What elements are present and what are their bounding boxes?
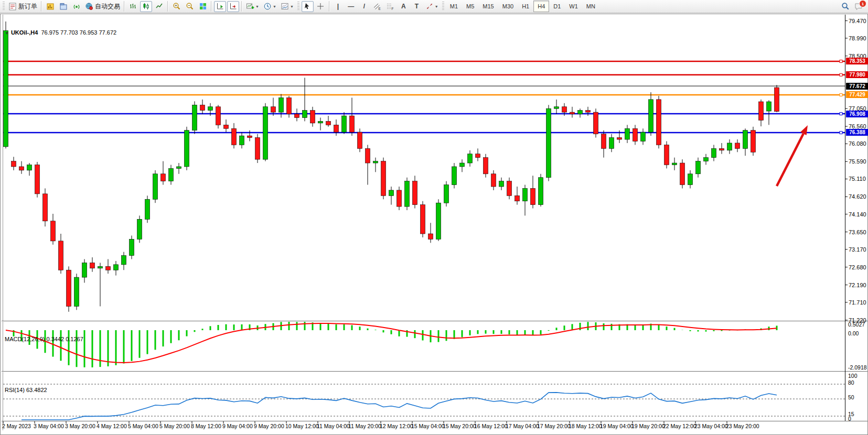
candle-body-up[interactable] <box>240 136 244 145</box>
collapse-triangle-icon[interactable]: ▼ <box>5 31 9 36</box>
chevron-down-icon[interactable]: ▼ <box>255 5 259 8</box>
level-line-handle[interactable] <box>840 60 842 62</box>
timeframe-button-d1[interactable]: D1 <box>549 1 565 12</box>
candle-body-down[interactable] <box>515 195 520 201</box>
candle-body-up[interactable] <box>114 265 119 270</box>
level-line-handle[interactable] <box>840 93 842 96</box>
zoom-out-button[interactable] <box>184 1 196 12</box>
toolbar-grip[interactable] <box>297 2 299 11</box>
chevron-down-icon[interactable]: ▼ <box>435 5 438 8</box>
candle-body-down[interactable] <box>248 136 252 137</box>
candle-body-down[interactable] <box>602 134 606 149</box>
candle-body-down[interactable] <box>751 130 756 153</box>
candle-body-down[interactable] <box>531 188 535 204</box>
candle-body-up[interactable] <box>625 128 630 139</box>
candle-body-down[interactable] <box>759 102 764 120</box>
candle-body-down[interactable] <box>775 88 779 112</box>
candle-body-down[interactable] <box>200 105 205 110</box>
timeframe-button-m1[interactable]: M1 <box>446 1 462 12</box>
candle-body-up[interactable] <box>130 239 134 255</box>
candle-body-up[interactable] <box>185 130 189 167</box>
level-line-handle[interactable] <box>840 131 842 134</box>
candle-body-down[interactable] <box>491 174 496 187</box>
candle-body-up[interactable] <box>546 108 551 178</box>
candle-body-down[interactable] <box>232 128 237 145</box>
candle-body-up[interactable] <box>609 138 614 149</box>
label-button[interactable]: T <box>411 1 423 12</box>
candle-body-up[interactable] <box>499 181 504 187</box>
tile-windows-button[interactable] <box>197 1 209 12</box>
candle-body-up[interactable] <box>743 130 748 149</box>
candle-chart-button[interactable] <box>140 1 152 12</box>
timeframe-button-m5[interactable]: M5 <box>462 1 478 12</box>
autotrading-button[interactable]: 自动交易 <box>83 1 122 12</box>
candle-body-down[interactable] <box>287 97 292 114</box>
periods-button[interactable]: ▼ <box>262 1 278 12</box>
chart-canvas[interactable] <box>1 14 868 435</box>
candle-body-down[interactable] <box>680 163 685 185</box>
candle-body-up[interactable] <box>303 111 307 118</box>
candle-body-down[interactable] <box>735 143 740 148</box>
candle-body-up[interactable] <box>169 168 174 181</box>
candle-body-down[interactable] <box>586 111 591 112</box>
level-line-handle[interactable] <box>840 113 842 115</box>
trendline-button[interactable]: / <box>358 1 370 12</box>
timeframe-button-w1[interactable]: W1 <box>565 1 582 12</box>
candle-body-down[interactable] <box>350 116 355 132</box>
timeframe-button-mn[interactable]: MN <box>582 1 599 12</box>
timeframe-button-h1[interactable]: H1 <box>518 1 533 12</box>
vline-button[interactable]: | <box>332 1 344 12</box>
candle-body-up[interactable] <box>688 174 693 185</box>
candle-body-down[interactable] <box>397 190 402 206</box>
market-watch-button[interactable] <box>70 1 82 12</box>
candle-body-down[interactable] <box>295 114 299 118</box>
text-button[interactable]: A <box>398 1 410 12</box>
candle-body-down[interactable] <box>476 154 480 158</box>
hline-button[interactable]: — <box>345 1 357 12</box>
candle-body-down[interactable] <box>67 270 71 306</box>
cursor-button[interactable] <box>302 1 314 12</box>
candle-body-down[interactable] <box>617 138 622 139</box>
candle-body-down[interactable] <box>35 165 40 193</box>
candle-body-up[interactable] <box>74 277 79 306</box>
candle-body-up[interactable] <box>373 161 378 163</box>
candle-body-up[interactable] <box>145 199 150 219</box>
candle-body-up[interactable] <box>452 167 457 185</box>
candle-body-up[interactable] <box>578 111 583 114</box>
candle-body-down[interactable] <box>594 112 598 134</box>
new-order-button[interactable]: 新订单 <box>7 1 39 12</box>
level-line-handle[interactable] <box>840 73 842 76</box>
candle-body-down[interactable] <box>161 174 166 181</box>
timeframe-button-h4[interactable]: H4 <box>533 1 549 12</box>
candle-body-up[interactable] <box>137 219 142 239</box>
candle-body-up[interactable] <box>192 105 197 130</box>
candle-body-down[interactable] <box>665 145 669 165</box>
candle-body-up[interactable] <box>405 181 410 206</box>
candle-body-down[interactable] <box>358 132 362 148</box>
candle-body-down[interactable] <box>562 107 567 112</box>
candle-body-up[interactable] <box>539 178 543 205</box>
candle-body-down[interactable] <box>43 194 48 221</box>
crosshair-button[interactable] <box>315 1 327 12</box>
candle-body-down[interactable] <box>428 234 433 239</box>
arrows-button[interactable]: ▼ <box>424 1 440 12</box>
templates-button[interactable]: ▼ <box>279 1 295 12</box>
candle-body-up[interactable] <box>554 107 559 108</box>
new-chart-button[interactable] <box>44 1 56 12</box>
candle-body-down[interactable] <box>216 107 221 125</box>
candle-body-up[interactable] <box>153 174 158 199</box>
candle-body-up[interactable] <box>649 100 653 132</box>
candle-body-up[interactable] <box>279 97 284 112</box>
candle-body-down[interactable] <box>381 161 386 196</box>
candle-body-up[interactable] <box>696 161 701 174</box>
candle-body-up[interactable] <box>444 185 449 203</box>
chart-window[interactable]: ▼UKOil-,H4 76.975 77.703 76.953 77.672 M… <box>0 14 868 435</box>
candle-body-down[interactable] <box>334 125 339 132</box>
candle-body-up[interactable] <box>27 165 32 170</box>
search-button[interactable] <box>839 1 851 12</box>
toolbar-grip[interactable] <box>442 2 444 11</box>
zoom-in-button[interactable] <box>170 1 183 12</box>
toolbar-grip[interactable] <box>3 2 5 11</box>
chat-button[interactable]: 1 <box>852 1 864 12</box>
candle-body-down[interactable] <box>106 266 111 270</box>
